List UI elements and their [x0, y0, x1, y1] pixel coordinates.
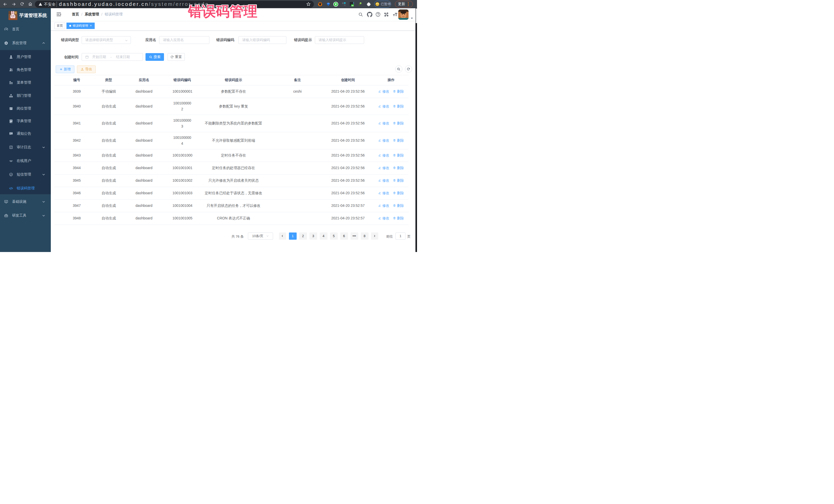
svg-text:on: on	[351, 4, 353, 6]
